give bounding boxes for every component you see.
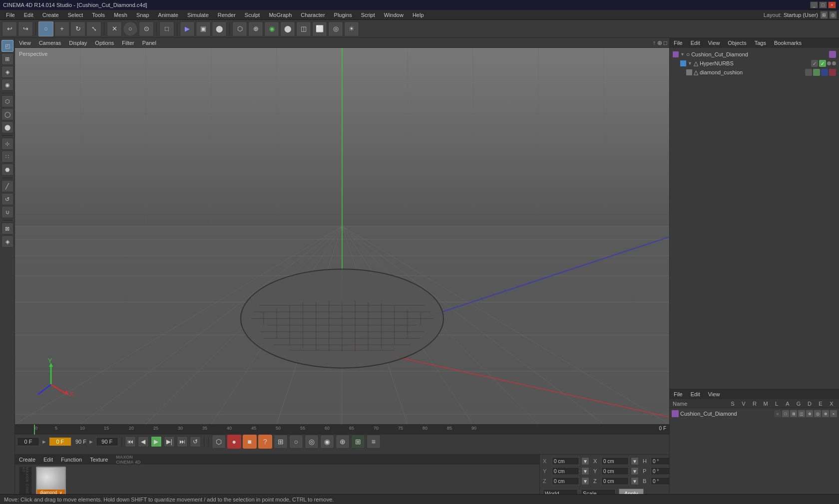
tool-edges[interactable]: ⬣: [1, 164, 13, 176]
tool-nurbs[interactable]: ◉: [264, 21, 279, 36]
objmgr-view[interactable]: View: [706, 39, 722, 46]
vp-menu-panel[interactable]: Panel: [140, 39, 158, 46]
scale-y-input[interactable]: [601, 467, 629, 475]
circle-button-2[interactable]: ◎: [305, 435, 319, 449]
menu-animate[interactable]: Animate: [154, 11, 182, 19]
vp-menu-display[interactable]: Display: [67, 39, 89, 46]
mat-menu-edit[interactable]: Edit: [41, 456, 55, 463]
record-button[interactable]: ●: [227, 435, 241, 449]
tool-5[interactable]: ⬤: [280, 21, 295, 36]
tool-points[interactable]: ∷: [1, 151, 13, 163]
minimize-button[interactable]: _: [810, 1, 818, 8]
menu-help[interactable]: Help: [409, 11, 428, 19]
current-frame-input[interactable]: [17, 437, 39, 446]
tool-cube-left[interactable]: ⬡: [1, 95, 13, 107]
menu-window[interactable]: Window: [380, 11, 408, 19]
tool-light[interactable]: ☀: [344, 21, 359, 36]
scale-y-btn[interactable]: ▼: [631, 467, 639, 475]
tool-loop[interactable]: ↺: [1, 193, 13, 205]
pos-y-btn[interactable]: ▼: [581, 467, 589, 475]
transport-play[interactable]: ▶: [151, 436, 162, 447]
render-region-button[interactable]: ▣: [196, 21, 211, 36]
attr-row-cushion[interactable]: Cushion_Cut_Diamond ○ □ ⊞ ◫ ⊕ ◎ ⊗ ×: [672, 409, 837, 418]
tool-wireframe[interactable]: ⊞: [1, 53, 13, 65]
vp-icon-3[interactable]: □: [664, 39, 667, 46]
mat-menu-create[interactable]: Create: [17, 456, 37, 463]
tool-camera[interactable]: ◎: [328, 21, 343, 36]
motion-button[interactable]: ⊞: [274, 435, 288, 449]
tool-sphere[interactable]: ◯: [1, 108, 13, 120]
menu-tools[interactable]: Tools: [88, 11, 109, 19]
tool-phong[interactable]: ◈: [1, 66, 13, 78]
menu-plugins[interactable]: Plugins: [330, 11, 356, 19]
obj-item-cushion[interactable]: ▼ ○ Cushion_Cut_Diamond: [672, 50, 837, 59]
max-frame-input[interactable]: [96, 437, 118, 446]
mat-menu-texture[interactable]: Texture: [88, 456, 110, 463]
tool-cube[interactable]: ⬡: [232, 21, 247, 36]
menu-select[interactable]: Select: [64, 11, 87, 19]
transport-first[interactable]: ⏮: [125, 436, 136, 447]
objmgr-tags[interactable]: Tags: [753, 39, 768, 46]
timeline-ruler[interactable]: 0 5 10 15 20 25 30 35 40 45 50 55 60 65 …: [15, 425, 669, 435]
menu-file[interactable]: File: [2, 11, 19, 19]
attr-icon-8[interactable]: ×: [830, 410, 837, 417]
tool-select[interactable]: ⊹: [1, 138, 13, 150]
scale-z-input[interactable]: [601, 477, 629, 485]
3d-viewport[interactable]: Y X Perspective: [15, 48, 669, 424]
settings-button[interactable]: ≡: [367, 435, 381, 449]
attr-icon-7[interactable]: ⊗: [822, 410, 829, 417]
attr-icon-eye[interactable]: ○: [774, 410, 781, 417]
interactive-render-button[interactable]: ⬤: [212, 21, 227, 36]
scale-z-btn[interactable]: ▼: [631, 477, 639, 485]
obj-item-diamond[interactable]: △ diamond_cushion: [672, 68, 837, 77]
tool-mesh[interactable]: ⊕: [248, 21, 263, 36]
material-swatch[interactable]: diamond_v: [36, 467, 66, 497]
circle-button-3[interactable]: ◉: [320, 435, 334, 449]
vp-menu-options[interactable]: Options: [93, 39, 116, 46]
scale-x-btn[interactable]: ▼: [631, 457, 639, 465]
transport-prev[interactable]: ◀: [138, 436, 149, 447]
attr-icon-6[interactable]: ◎: [814, 410, 821, 417]
vp-icon-2[interactable]: ⊕: [657, 39, 662, 46]
attr-file[interactable]: File: [672, 391, 685, 398]
circle-button-4[interactable]: ⊕: [336, 435, 350, 449]
grid-button[interactable]: ⊞: [351, 435, 365, 449]
tool-shading[interactable]: ◉: [1, 79, 13, 91]
layout-icon-1[interactable]: ⊞: [820, 11, 828, 19]
prim-1[interactable]: □: [159, 21, 174, 36]
tool-cylinder[interactable]: ⬤: [1, 121, 13, 133]
obj-tool-2[interactable]: ○: [123, 21, 138, 36]
attr-view[interactable]: View: [706, 391, 722, 398]
tool-6[interactable]: ◫: [296, 21, 311, 36]
menu-simulate[interactable]: Simulate: [183, 11, 213, 19]
help-button[interactable]: ?: [258, 435, 272, 449]
menu-character[interactable]: Character: [297, 11, 329, 19]
transport-last[interactable]: ⏭: [177, 436, 188, 447]
objmgr-bookmarks[interactable]: Bookmarks: [772, 39, 804, 46]
mat-menu-function[interactable]: Function: [59, 456, 84, 463]
tool-paint[interactable]: ⊠: [1, 223, 13, 235]
scale-button[interactable]: ↻: [70, 21, 85, 36]
transport-next[interactable]: ▶|: [164, 436, 175, 447]
live-select-button[interactable]: ○: [38, 21, 53, 36]
tool-perspective[interactable]: ◰: [1, 40, 13, 52]
maximize-button[interactable]: □: [819, 1, 827, 8]
attr-icon-5[interactable]: ⊕: [806, 410, 813, 417]
obj-tool-3[interactable]: ⊙: [139, 21, 154, 36]
window-controls[interactable]: _ □ ×: [810, 1, 836, 8]
menu-mesh[interactable]: Mesh: [110, 11, 131, 19]
pos-x-btn[interactable]: ▼: [581, 457, 589, 465]
keyframe-button[interactable]: ⬡: [212, 435, 226, 449]
pos-z-btn[interactable]: ▼: [581, 477, 589, 485]
objmgr-objects[interactable]: Objects: [726, 39, 748, 46]
pos-z-input[interactable]: [552, 477, 579, 485]
menu-script[interactable]: Script: [357, 11, 379, 19]
menu-snap[interactable]: Snap: [132, 11, 153, 19]
vp-icon-1[interactable]: ↑: [653, 39, 656, 46]
attr-edit[interactable]: Edit: [689, 391, 702, 398]
tool-magnet[interactable]: ∪: [1, 206, 13, 218]
circle-button-1[interactable]: ○: [289, 435, 303, 449]
menu-render[interactable]: Render: [214, 11, 240, 19]
tool-7[interactable]: ⬜: [312, 21, 327, 36]
attr-icon-render[interactable]: □: [782, 410, 789, 417]
